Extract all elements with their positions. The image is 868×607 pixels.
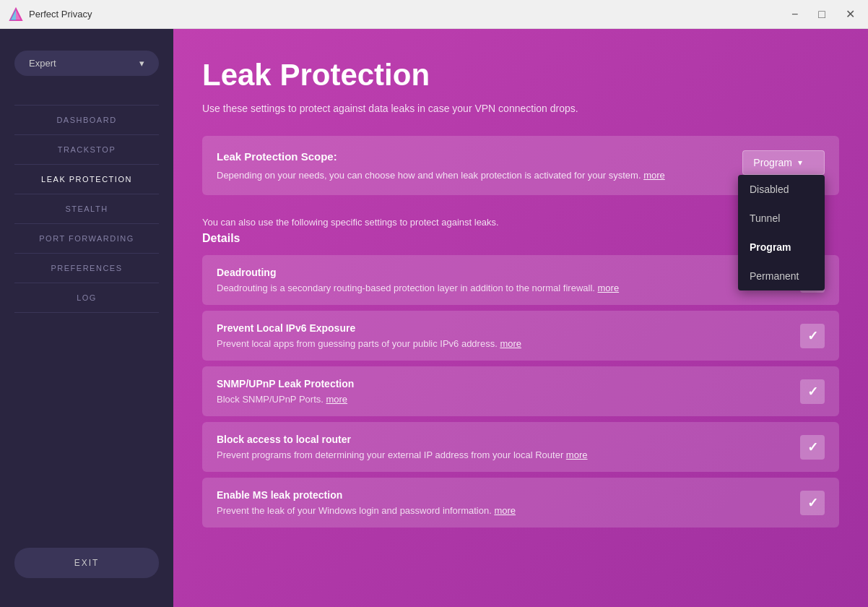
feature-title-snmp: SNMP/UPnP Leak Protection [217, 378, 354, 389]
feature-card-ms-leak: Enable MS leak protection Prevent the le… [202, 478, 839, 528]
scope-card: Leak Protection Scope: Depending on your… [202, 136, 839, 195]
minimize-button[interactable]: − [787, 6, 802, 22]
titlebar: Perfect Privacy − □ ✕ [0, 0, 868, 29]
feature-desc-snmp: Block SNMP/UPnP Ports. more [217, 394, 354, 405]
page-subtitle: Use these settings to protect against da… [202, 103, 839, 114]
sidebar: Expert ▾ DASHBOARD TRACKSTOP LEAK PROTEC… [0, 29, 173, 607]
app-logo: Perfect Privacy [9, 7, 92, 22]
logo-icon [9, 7, 23, 22]
feature-row: Prevent Local IPv6 Exposure Prevent loca… [217, 322, 825, 349]
feature-card-snmp: SNMP/UPnP Leak Protection Block SNMP/UPn… [202, 366, 839, 416]
scope-selected-value: Program [753, 157, 792, 168]
feature-title-router: Block access to local router [217, 434, 587, 445]
scope-option-tunnel[interactable]: Tunnel [738, 204, 825, 233]
feature-content: Prevent Local IPv6 Exposure Prevent loca… [217, 322, 521, 349]
snmp-more-link[interactable]: more [326, 394, 347, 405]
feature-desc-router: Prevent programs from determining your e… [217, 449, 587, 460]
feature-row: SNMP/UPnP Leak Protection Block SNMP/UPn… [217, 378, 825, 405]
sidebar-item-dashboard[interactable]: DASHBOARD [0, 106, 173, 134]
page-title: Leak Protection [202, 58, 839, 92]
check-icon: ✓ [807, 439, 818, 455]
feature-title-deadrouting: Deadrouting [217, 267, 619, 278]
feature-content: Block access to local router Prevent pro… [217, 434, 587, 460]
scope-dropdown-wrapper: Program Disabled Tunnel Program Permanen… [742, 150, 825, 175]
feature-content: Enable MS leak protection Prevent the le… [217, 489, 516, 516]
feature-content: SNMP/UPnP Leak Protection Block SNMP/UPn… [217, 378, 354, 405]
profile-dropdown[interactable]: Expert ▾ [14, 51, 159, 76]
feature-title-ipv6: Prevent Local IPv6 Exposure [217, 322, 521, 334]
sidebar-item-port-forwarding[interactable]: PORT FORWARDING [0, 224, 173, 253]
scope-card-desc: Depending on your needs, you can choose … [217, 170, 665, 181]
feature-row: Deadrouting Deadrouting is a secondary r… [217, 267, 825, 293]
ms-leak-more-link[interactable]: more [494, 505, 516, 516]
scope-dropdown-menu: Disabled Tunnel Program Permanent [738, 175, 825, 290]
chevron-down-icon: ▾ [139, 58, 144, 69]
feature-card-router: Block access to local router Prevent pro… [202, 422, 839, 472]
scope-option-permanent[interactable]: Permanent [738, 262, 825, 290]
sidebar-profile: Expert ▾ [0, 43, 173, 90]
window-controls: − □ ✕ [787, 6, 859, 22]
feature-title-ms-leak: Enable MS leak protection [217, 489, 516, 501]
scope-dropdown-button[interactable]: Program [742, 150, 825, 175]
sidebar-item-log[interactable]: LOG [0, 283, 173, 312]
exit-button[interactable]: EXIT [14, 548, 159, 578]
feature-desc-ipv6: Prevent local apps from guessing parts o… [217, 338, 521, 349]
check-icon: ✓ [807, 384, 818, 400]
sidebar-exit: EXIT [14, 548, 159, 578]
app-body: Expert ▾ DASHBOARD TRACKSTOP LEAK PROTEC… [0, 29, 868, 607]
nav-divider-bottom [14, 312, 159, 313]
snmp-checkbox[interactable]: ✓ [800, 379, 825, 404]
profile-label: Expert [29, 58, 56, 69]
scope-more-link[interactable]: more [643, 170, 665, 181]
feature-row: Enable MS leak protection Prevent the le… [217, 489, 825, 516]
deadrouting-more-link[interactable]: more [598, 283, 620, 293]
ipv6-more-link[interactable]: more [500, 338, 521, 349]
feature-desc-ms-leak: Prevent the leak of your Windows login a… [217, 505, 516, 516]
scope-card-header: Leak Protection Scope: Depending on your… [217, 150, 825, 181]
scope-card-content: Leak Protection Scope: Depending on your… [217, 150, 665, 181]
ipv6-checkbox[interactable]: ✓ [800, 324, 825, 348]
main-content: Leak Protection Use these settings to pr… [173, 29, 868, 607]
scope-option-program[interactable]: Program [738, 233, 825, 262]
sidebar-item-preferences[interactable]: PREFERENCES [0, 254, 173, 283]
close-button[interactable]: ✕ [841, 6, 859, 22]
check-icon: ✓ [807, 328, 818, 344]
sidebar-item-trackstop[interactable]: TRACKSTOP [0, 135, 173, 164]
scope-card-title: Leak Protection Scope: [217, 150, 665, 163]
router-more-link[interactable]: more [566, 449, 588, 460]
sidebar-item-leak-protection[interactable]: LEAK PROTECTION [0, 165, 173, 194]
app-title: Perfect Privacy [29, 9, 92, 20]
sidebar-nav: DASHBOARD TRACKSTOP LEAK PROTECTION STEA… [0, 90, 173, 533]
feature-desc-deadrouting: Deadrouting is a secondary routing-based… [217, 283, 619, 293]
check-icon: ✓ [807, 495, 818, 511]
feature-row: Block access to local router Prevent pro… [217, 434, 825, 460]
feature-content: Deadrouting Deadrouting is a secondary r… [217, 267, 619, 293]
feature-card-ipv6: Prevent Local IPv6 Exposure Prevent loca… [202, 311, 839, 361]
sidebar-item-stealth[interactable]: STEALTH [0, 194, 173, 223]
maximize-button[interactable]: □ [814, 6, 830, 22]
router-checkbox[interactable]: ✓ [800, 435, 825, 460]
ms-leak-checkbox[interactable]: ✓ [800, 491, 825, 515]
scope-option-disabled[interactable]: Disabled [738, 175, 825, 204]
